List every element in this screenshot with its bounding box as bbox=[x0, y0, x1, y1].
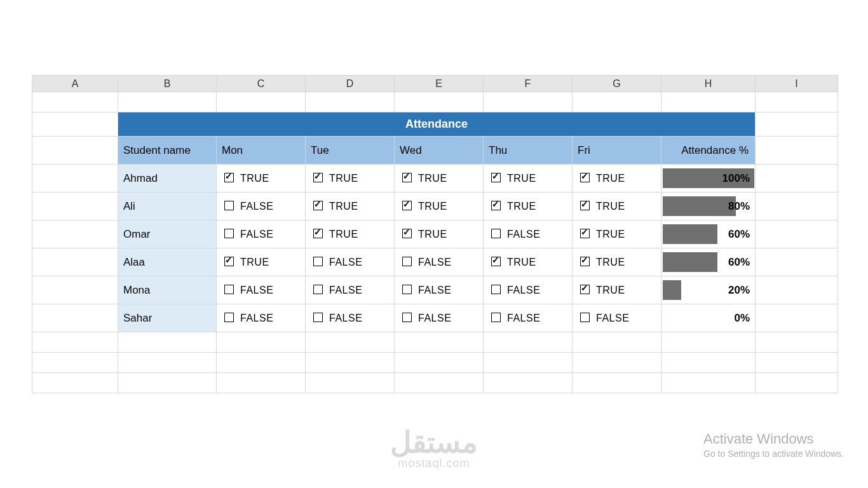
checkbox-checked-icon[interactable] bbox=[313, 229, 323, 238]
checkbox-unchecked-icon[interactable] bbox=[402, 285, 412, 294]
checkbox-checked-icon[interactable] bbox=[491, 173, 501, 182]
table-row[interactable]: AhmadTRUETRUETRUETRUETRUE100% bbox=[32, 165, 838, 193]
attendance-value: FALSE bbox=[418, 285, 451, 295]
row-blank-3[interactable] bbox=[32, 373, 838, 393]
attendance-cell[interactable]: TRUE bbox=[573, 248, 661, 276]
attendance-cell[interactable]: TRUE bbox=[484, 248, 573, 276]
checkbox-checked-icon[interactable] bbox=[402, 229, 412, 238]
attendance-cell[interactable]: FALSE bbox=[484, 304, 573, 332]
checkbox-checked-icon[interactable] bbox=[313, 173, 323, 182]
attendance-cell[interactable]: TRUE bbox=[395, 165, 484, 193]
attendance-cell[interactable]: TRUE bbox=[306, 220, 395, 248]
attendance-cell[interactable]: FALSE bbox=[395, 304, 484, 332]
row-1[interactable] bbox=[32, 92, 838, 112]
col-header-f[interactable]: F bbox=[484, 76, 573, 92]
table-row[interactable]: AlaaTRUEFALSEFALSETRUETRUE60% bbox=[32, 248, 838, 276]
attendance-cell[interactable]: TRUE bbox=[217, 165, 306, 193]
col-header-c[interactable]: C bbox=[217, 76, 306, 92]
attendance-cell[interactable]: FALSE bbox=[217, 304, 306, 332]
col-header-i[interactable]: I bbox=[756, 76, 838, 92]
header-fri: Fri bbox=[573, 137, 661, 165]
attendance-cell[interactable]: FALSE bbox=[395, 276, 484, 304]
attendance-cell[interactable]: TRUE bbox=[395, 193, 484, 220]
checkbox-checked-icon[interactable] bbox=[313, 201, 323, 210]
attendance-cell[interactable]: TRUE bbox=[395, 220, 484, 248]
checkbox-unchecked-icon[interactable] bbox=[491, 285, 501, 294]
attendance-cell[interactable]: FALSE bbox=[306, 276, 395, 304]
header-student-name: Student name bbox=[118, 137, 217, 165]
checkbox-checked-icon[interactable] bbox=[224, 257, 234, 266]
student-name-cell[interactable]: Omar bbox=[118, 220, 217, 248]
checkbox-checked-icon[interactable] bbox=[580, 173, 590, 182]
col-header-e[interactable]: E bbox=[395, 76, 484, 92]
checkbox-unchecked-icon[interactable] bbox=[313, 285, 323, 294]
row-title[interactable]: Attendance bbox=[32, 112, 838, 137]
checkbox-checked-icon[interactable] bbox=[491, 257, 501, 266]
checkbox-unchecked-icon[interactable] bbox=[224, 285, 234, 294]
attendance-percent-cell[interactable]: 0% bbox=[661, 304, 756, 332]
attendance-percent-cell[interactable]: 60% bbox=[661, 220, 756, 248]
table-row[interactable]: AliFALSETRUETRUETRUETRUE80% bbox=[32, 193, 838, 220]
attendance-percent-cell[interactable]: 20% bbox=[661, 276, 756, 304]
checkbox-checked-icon[interactable] bbox=[224, 173, 234, 182]
spreadsheet-grid[interactable]: A B C D E F G H I Attendance Student nam… bbox=[32, 75, 838, 393]
table-row[interactable]: OmarFALSETRUETRUEFALSETRUE60% bbox=[32, 220, 838, 248]
table-row[interactable]: MonaFALSEFALSEFALSEFALSETRUE20% bbox=[32, 276, 838, 304]
student-name-cell[interactable]: Alaa bbox=[118, 248, 217, 276]
student-name-cell[interactable]: Ahmad bbox=[118, 165, 217, 193]
attendance-cell[interactable]: TRUE bbox=[573, 220, 661, 248]
checkbox-checked-icon[interactable] bbox=[580, 257, 590, 266]
attendance-cell[interactable]: TRUE bbox=[217, 248, 306, 276]
col-header-d[interactable]: D bbox=[306, 76, 395, 92]
checkbox-checked-icon[interactable] bbox=[580, 285, 590, 294]
student-name-cell[interactable]: Sahar bbox=[118, 304, 217, 332]
attendance-cell[interactable]: FALSE bbox=[306, 304, 395, 332]
checkbox-checked-icon[interactable] bbox=[580, 201, 590, 210]
checkbox-unchecked-icon[interactable] bbox=[580, 313, 590, 322]
column-header-row[interactable]: A B C D E F G H I bbox=[32, 76, 838, 92]
attendance-cell[interactable]: FALSE bbox=[217, 276, 306, 304]
checkbox-checked-icon[interactable] bbox=[580, 229, 590, 238]
checkbox-checked-icon[interactable] bbox=[402, 201, 412, 210]
attendance-cell[interactable]: FALSE bbox=[573, 304, 661, 332]
checkbox-unchecked-icon[interactable] bbox=[402, 257, 412, 266]
col-header-h[interactable]: H bbox=[661, 76, 756, 92]
checkbox-checked-icon[interactable] bbox=[402, 173, 412, 182]
attendance-cell[interactable]: TRUE bbox=[573, 276, 661, 304]
attendance-cell[interactable]: TRUE bbox=[306, 165, 395, 193]
col-header-a[interactable]: A bbox=[32, 76, 118, 92]
col-header-g[interactable]: G bbox=[573, 76, 661, 92]
row-blank-2[interactable] bbox=[32, 353, 838, 373]
attendance-percent-cell[interactable]: 100% bbox=[661, 165, 756, 193]
checkbox-unchecked-icon[interactable] bbox=[491, 229, 501, 238]
attendance-percent-cell[interactable]: 60% bbox=[661, 248, 756, 276]
attendance-cell[interactable]: FALSE bbox=[484, 220, 573, 248]
attendance-cell[interactable]: TRUE bbox=[306, 193, 395, 220]
checkbox-unchecked-icon[interactable] bbox=[224, 201, 234, 210]
attendance-cell[interactable]: TRUE bbox=[484, 165, 573, 193]
table-row[interactable]: SaharFALSEFALSEFALSEFALSEFALSE0% bbox=[32, 304, 838, 332]
checkbox-unchecked-icon[interactable] bbox=[224, 229, 234, 238]
checkbox-unchecked-icon[interactable] bbox=[402, 313, 412, 322]
checkbox-unchecked-icon[interactable] bbox=[313, 257, 323, 266]
checkbox-unchecked-icon[interactable] bbox=[224, 313, 234, 322]
attendance-cell[interactable]: FALSE bbox=[217, 220, 306, 248]
attendance-cell[interactable]: TRUE bbox=[573, 165, 661, 193]
row-blank-1[interactable] bbox=[32, 332, 838, 353]
student-name-cell[interactable]: Ali bbox=[118, 193, 217, 220]
col-header-b[interactable]: B bbox=[118, 76, 217, 92]
checkbox-checked-icon[interactable] bbox=[491, 201, 501, 210]
row-headers[interactable]: Student name Mon Tue Wed Thu Fri Attenda… bbox=[32, 137, 838, 165]
attendance-cell[interactable]: TRUE bbox=[484, 193, 573, 220]
student-name-cell[interactable]: Mona bbox=[118, 276, 217, 304]
attendance-cell[interactable]: TRUE bbox=[573, 193, 661, 220]
checkbox-unchecked-icon[interactable] bbox=[491, 313, 501, 322]
attendance-value: TRUE bbox=[418, 201, 447, 212]
attendance-percent-cell[interactable]: 80% bbox=[661, 193, 756, 220]
attendance-cell[interactable]: FALSE bbox=[484, 276, 573, 304]
attendance-cell[interactable]: FALSE bbox=[217, 193, 306, 220]
checkbox-unchecked-icon[interactable] bbox=[313, 313, 323, 322]
attendance-cell[interactable]: FALSE bbox=[306, 248, 395, 276]
attendance-value: TRUE bbox=[596, 285, 625, 295]
attendance-cell[interactable]: FALSE bbox=[395, 248, 484, 276]
